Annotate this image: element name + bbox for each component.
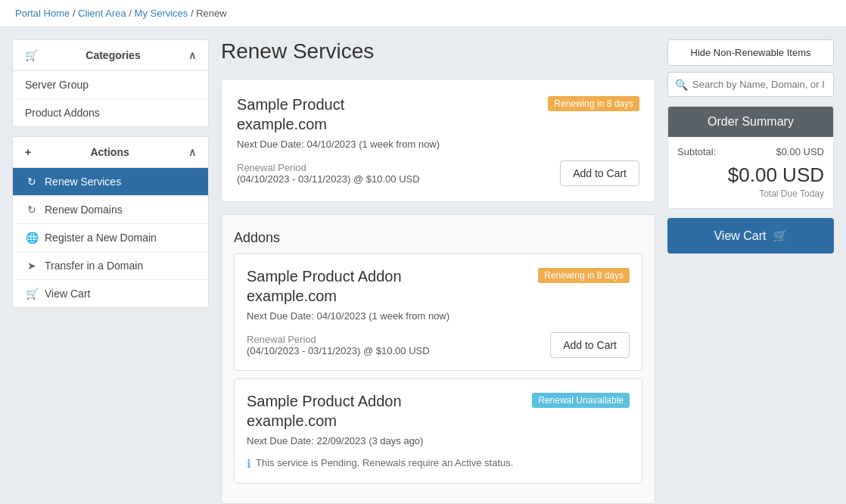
breadcrumb: Portal Home / Client Area / My Services … bbox=[0, 0, 846, 27]
addons-section: Addons Sample Product Addon example.com … bbox=[221, 214, 655, 504]
product-badge: Renewing in 8 days bbox=[548, 96, 639, 111]
addons-title: Addons bbox=[234, 230, 642, 246]
cart-icon-button: 🛒 bbox=[773, 229, 788, 243]
sidebar-item-register-domain[interactable]: 🌐 Register a New Domain bbox=[13, 224, 208, 252]
total-due-label: Total Due Today bbox=[677, 188, 824, 199]
addon-1-renewal-info: Renewal Period (04/10/2023 - 03/11/2023)… bbox=[247, 334, 430, 356]
addon-1-renewal-label: Renewal Period bbox=[247, 334, 316, 345]
plus-icon: + bbox=[25, 146, 31, 158]
chevron-up-icon-actions: ∧ bbox=[188, 146, 196, 158]
addon-1-badge: Renewing in 8 days bbox=[538, 268, 630, 283]
addon-2-header: Sample Product Addon example.com Renewal… bbox=[247, 391, 630, 431]
sidebar-categories-section: 🛒 Categories ∧ Server Group Product Addo… bbox=[12, 39, 209, 127]
addon-card-1: Sample Product Addon example.com Renewin… bbox=[234, 254, 642, 371]
product-name-group: Sample Product example.com bbox=[237, 95, 344, 134]
sidebar-actions-section: + Actions ∧ ↻ Renew Services ↻ Renew Dom… bbox=[12, 136, 209, 308]
chevron-up-icon: ∧ bbox=[188, 49, 196, 61]
breadcrumb-client-area[interactable]: Client Area bbox=[78, 8, 126, 19]
breadcrumb-my-services[interactable]: My Services bbox=[135, 8, 188, 19]
sidebar-item-product-addons[interactable]: Product Addons bbox=[13, 99, 208, 126]
view-cart-button[interactable]: View Cart 🛒 bbox=[667, 218, 834, 254]
sidebar-item-view-cart[interactable]: 🛒 View Cart bbox=[13, 280, 208, 307]
info-icon: ℹ bbox=[247, 457, 251, 471]
addon-card-2: Sample Product Addon example.com Renewal… bbox=[234, 378, 642, 484]
renew-domains-icon: ↻ bbox=[25, 204, 39, 216]
addon-1-header: Sample Product Addon example.com Renewin… bbox=[247, 266, 630, 306]
renewal-period-label: Renewal Period bbox=[237, 162, 306, 173]
addon-2-badge: Renewal Unavailable bbox=[532, 393, 630, 408]
addon-2-name-group: Sample Product Addon example.com bbox=[247, 391, 402, 431]
sidebar-item-server-group[interactable]: Server Group bbox=[13, 71, 208, 99]
order-summary-header: Order Summary bbox=[668, 107, 833, 137]
breadcrumb-portal-home[interactable]: Portal Home bbox=[15, 8, 70, 19]
addon-1-renewal-value: (04/10/2023 - 03/11/2023) @ $10.00 USD bbox=[247, 345, 430, 356]
sidebar-categories-header: 🛒 Categories ∧ bbox=[13, 40, 208, 71]
addon-1-title: Sample Product Addon bbox=[247, 268, 402, 285]
addon-2-title: Sample Product Addon bbox=[247, 393, 402, 409]
renewal-info: Renewal Period (04/10/2023 - 03/11/2023)… bbox=[237, 162, 420, 185]
cart-icon-action: 🛒 bbox=[25, 288, 39, 300]
main-product-card: Sample Product example.com Renewing in 8… bbox=[221, 79, 655, 202]
cart-icon: 🛒 bbox=[25, 49, 38, 61]
product-title: Sample Product bbox=[237, 96, 344, 113]
page-title: Renew Services bbox=[221, 39, 655, 64]
hide-non-renewable-button[interactable]: Hide Non-Renewable Items bbox=[667, 39, 834, 66]
product-domain: example.com bbox=[237, 116, 327, 132]
subtotal-value: $0.00 USD bbox=[776, 146, 824, 157]
view-cart-label: View Cart bbox=[714, 229, 766, 243]
renewal-period-value: (04/10/2023 - 03/11/2023) @ $10.00 USD bbox=[237, 173, 420, 185]
addon-2-domain: example.com bbox=[247, 412, 337, 429]
right-panel: Hide Non-Renewable Items 🔍 Order Summary… bbox=[667, 39, 834, 504]
addon-1-renewal-row: Renewal Period (04/10/2023 - 03/11/2023)… bbox=[247, 332, 630, 358]
addon-1-domain: example.com bbox=[247, 288, 337, 304]
product-name: Sample Product example.com bbox=[237, 95, 344, 134]
sidebar-item-renew-services[interactable]: ↻ Renew Services bbox=[13, 168, 208, 196]
pending-notice-text: This service is Pending. Renewals requir… bbox=[256, 457, 513, 468]
sidebar-item-label: Register a New Domain bbox=[45, 232, 157, 244]
addon-2-due-date: Next Due Date: 22/09/2023 (3 days ago) bbox=[247, 435, 630, 446]
search-box: 🔍 bbox=[667, 72, 834, 97]
total-amount: $0.00 USD bbox=[677, 163, 824, 187]
sidebar-item-label: Renew Domains bbox=[45, 204, 123, 216]
addon-1-name: Sample Product Addon example.com bbox=[247, 266, 402, 306]
pending-notice: ℹ This service is Pending. Renewals requ… bbox=[247, 457, 630, 471]
actions-label: Actions bbox=[90, 146, 129, 158]
sidebar-item-label: Product Addons bbox=[25, 107, 100, 119]
sidebar-item-label: View Cart bbox=[45, 288, 90, 300]
addon-1-add-to-cart-button[interactable]: Add to Cart bbox=[550, 332, 630, 358]
sidebar-actions-header: + Actions ∧ bbox=[13, 137, 208, 168]
order-summary-box: Order Summary Subtotal: $0.00 USD $0.00 … bbox=[667, 106, 834, 209]
search-input[interactable] bbox=[667, 72, 834, 97]
subtotal-label: Subtotal: bbox=[677, 146, 716, 157]
addon-2-name: Sample Product Addon example.com bbox=[247, 391, 402, 431]
categories-label: Categories bbox=[86, 49, 140, 61]
sidebar: 🛒 Categories ∧ Server Group Product Addo… bbox=[12, 39, 209, 504]
sidebar-item-renew-domains[interactable]: ↻ Renew Domains bbox=[13, 196, 208, 224]
sidebar-item-transfer-domain[interactable]: ➤ Transfer in a Domain bbox=[13, 252, 208, 280]
subtotal-row: Subtotal: $0.00 USD bbox=[677, 146, 824, 157]
sidebar-item-label: Transfer in a Domain bbox=[45, 260, 143, 272]
sidebar-item-label: Renew Services bbox=[45, 176, 121, 188]
addon-1-name-group: Sample Product Addon example.com bbox=[247, 266, 402, 306]
addon-1-due-date: Next Due Date: 04/10/2023 (1 week from n… bbox=[247, 310, 630, 322]
sidebar-item-label: Server Group bbox=[25, 79, 89, 91]
renew-services-icon: ↻ bbox=[25, 176, 39, 188]
main-content: Renew Services Sample Product example.co… bbox=[221, 39, 655, 504]
transfer-icon: ➤ bbox=[25, 260, 39, 272]
renewal-row: Renewal Period (04/10/2023 - 03/11/2023)… bbox=[237, 160, 639, 186]
main-add-to-cart-button[interactable]: Add to Cart bbox=[560, 160, 639, 186]
globe-icon: 🌐 bbox=[25, 232, 39, 244]
product-header: Sample Product example.com Renewing in 8… bbox=[237, 95, 639, 134]
search-icon: 🔍 bbox=[675, 79, 688, 91]
breadcrumb-current: Renew bbox=[196, 8, 226, 19]
order-summary-body: Subtotal: $0.00 USD $0.00 USD Total Due … bbox=[668, 137, 833, 208]
product-due-date: Next Due Date: 04/10/2023 (1 week from n… bbox=[237, 138, 639, 150]
